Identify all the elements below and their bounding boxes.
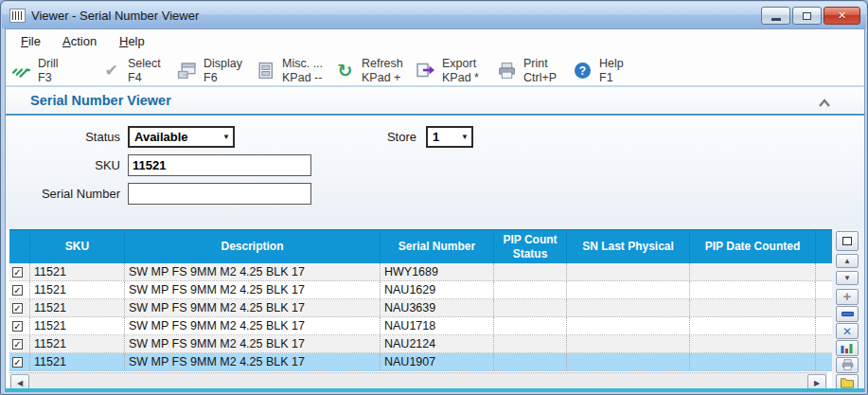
- sku-label: SKU: [6, 154, 120, 177]
- header-pip-date-counted[interactable]: PIP Date Counted: [690, 230, 816, 263]
- misc-window-icon: [256, 61, 275, 81]
- plus-icon: +: [843, 289, 852, 303]
- header-pip-count-status[interactable]: PIP Count Status: [494, 230, 567, 263]
- minus-button[interactable]: [836, 306, 859, 322]
- sku-input[interactable]: [128, 154, 311, 176]
- window-content: File Action Help DrillF3 ✔ SelectF4: [5, 28, 865, 392]
- cell-serial: HWY1689: [381, 263, 494, 280]
- cell-pip-count-status: [494, 299, 567, 316]
- toolbar: DrillF3 ✔ SelectF4 DisplayF6: [6, 54, 864, 87]
- serial-number-label: Serial Number: [6, 183, 120, 206]
- table-row[interactable]: ✓ 11521 SW MP FS 9MM M2 4.25 BLK 17 NAU1…: [9, 281, 832, 299]
- cell-description: SW MP FS 9MM M2 4.25 BLK 17: [125, 317, 381, 334]
- cell-sn-last-physical: [567, 281, 690, 298]
- cell-sku: 11521: [30, 299, 125, 316]
- toolbar-drill-button[interactable]: DrillF3: [11, 57, 59, 84]
- toolbar-help-button[interactable]: ? HelpF1: [573, 57, 624, 84]
- serial-grid: SKU Description Serial Number PIP Count …: [9, 229, 832, 371]
- store-dropdown[interactable]: 1 ▼: [426, 126, 473, 148]
- menu-bar: File Action Help: [6, 29, 864, 54]
- toolbar-shortcut: KPad +: [362, 71, 400, 84]
- arrow-down-icon: ▼: [843, 274, 851, 282]
- toolbar-export-button[interactable]: ExportKPad *: [416, 57, 479, 84]
- toolbar-label: Display: [204, 57, 242, 70]
- chevron-down-icon: ▼: [220, 133, 233, 141]
- store-value: 1: [428, 130, 458, 144]
- add-button[interactable]: +: [836, 289, 859, 305]
- arrow-right-icon: ▶: [814, 379, 820, 387]
- table-row[interactable]: ✓ 11521 SW MP FS 9MM M2 4.25 BLK 17 NAU3…: [9, 299, 832, 317]
- status-dropdown[interactable]: Available ▼: [128, 126, 235, 148]
- toolbar-misc-button[interactable]: Misc. ...KPad --: [256, 57, 323, 84]
- header-checkbox-column: [9, 230, 30, 263]
- cell-filler: [816, 299, 832, 316]
- row-checkbox[interactable]: ✓: [12, 339, 23, 350]
- cell-sku: 11521: [30, 263, 125, 280]
- toolbar-refresh-button[interactable]: ↻ RefreshKPad +: [335, 57, 403, 84]
- vscroll-up-button[interactable]: ▲: [836, 254, 859, 268]
- title-bar: Viewer - Serial Number Viewer ✕: [2, 2, 866, 28]
- row-checkbox[interactable]: ✓: [12, 303, 23, 314]
- table-row[interactable]: ✓ 11521 SW MP FS 9MM M2 4.25 BLK 17 NAU2…: [9, 335, 832, 353]
- header-sku[interactable]: SKU: [30, 230, 125, 263]
- export-file-icon: [840, 376, 855, 388]
- cell-serial: NAU1907: [381, 353, 494, 370]
- minimize-button[interactable]: [761, 7, 790, 25]
- cell-description: SW MP FS 9MM M2 4.25 BLK 17: [125, 281, 381, 298]
- cell-description: SW MP FS 9MM M2 4.25 BLK 17: [125, 335, 381, 352]
- arrow-up-icon: ▲: [843, 257, 851, 265]
- serial-number-input[interactable]: [128, 183, 311, 205]
- row-checkbox[interactable]: ✓: [12, 321, 23, 332]
- cell-sn-last-physical: [567, 317, 690, 334]
- table-row-selected[interactable]: ✓ 11521 SW MP FS 9MM M2 4.25 BLK 17 NAU1…: [9, 353, 832, 371]
- chevron-up-icon[interactable]: [817, 96, 832, 107]
- grid-header-row: SKU Description Serial Number PIP Count …: [9, 229, 832, 263]
- maximize-grid-button[interactable]: [836, 231, 859, 251]
- display-grid-icon: [177, 61, 197, 81]
- cell-filler: [816, 281, 832, 298]
- cell-pip-date-counted: [690, 263, 816, 280]
- close-button[interactable]: ✕: [824, 7, 860, 25]
- status-label: Status: [6, 126, 120, 149]
- refresh-icon: ↻: [335, 61, 355, 81]
- delete-button[interactable]: ✕: [836, 323, 859, 339]
- cell-sku: 11521: [30, 281, 125, 298]
- table-row[interactable]: ✓ 11521 SW MP FS 9MM M2 4.25 BLK 17 HWY1…: [9, 263, 832, 281]
- cell-filler: [816, 263, 832, 280]
- table-row[interactable]: ✓ 11521 SW MP FS 9MM M2 4.25 BLK 17 NAU1…: [9, 317, 832, 335]
- status-value: Available: [130, 130, 220, 144]
- cell-sn-last-physical: [567, 335, 690, 352]
- page-title: Serial Number Viewer: [30, 93, 171, 108]
- row-checkbox[interactable]: ✓: [12, 267, 23, 278]
- toolbar-shortcut: F4: [128, 71, 142, 84]
- toolbar-select-button[interactable]: ✔ SelectF4: [101, 57, 161, 84]
- menu-action[interactable]: Action: [59, 29, 100, 54]
- export-arrow-icon: [416, 61, 435, 81]
- row-checkbox[interactable]: ✓: [12, 357, 23, 368]
- header-sn-last-physical[interactable]: SN Last Physical: [567, 230, 690, 263]
- cell-filler: [816, 353, 832, 370]
- header-filler: [816, 230, 832, 263]
- header-description[interactable]: Description: [125, 230, 381, 263]
- grid-side-toolbar: ▲ ▼ + ✕: [832, 229, 864, 390]
- cell-pip-count-status: [494, 317, 567, 334]
- print-grid-button[interactable]: [836, 357, 859, 373]
- toolbar-print-button[interactable]: PrintCtrl+P: [497, 57, 557, 84]
- cell-pip-count-status: [494, 263, 567, 280]
- cell-sku: 11521: [30, 317, 125, 334]
- cell-pip-date-counted: [690, 281, 816, 298]
- cell-sn-last-physical: [567, 263, 690, 280]
- restore-button[interactable]: [792, 7, 822, 25]
- menu-file[interactable]: File: [17, 29, 44, 54]
- cell-pip-count-status: [494, 353, 567, 370]
- toolbar-display-button[interactable]: DisplayF6: [177, 57, 242, 84]
- vscroll-down-button[interactable]: ▼: [836, 271, 859, 285]
- row-checkbox[interactable]: ✓: [12, 285, 23, 296]
- menu-help[interactable]: Help: [115, 29, 149, 54]
- toolbar-shortcut: KPad *: [442, 71, 479, 84]
- header-serial-number[interactable]: Serial Number: [381, 230, 494, 263]
- minus-icon: [841, 312, 854, 316]
- cell-pip-date-counted: [690, 335, 816, 352]
- chart-button[interactable]: [836, 340, 859, 356]
- cell-description: SW MP FS 9MM M2 4.25 BLK 17: [125, 353, 381, 370]
